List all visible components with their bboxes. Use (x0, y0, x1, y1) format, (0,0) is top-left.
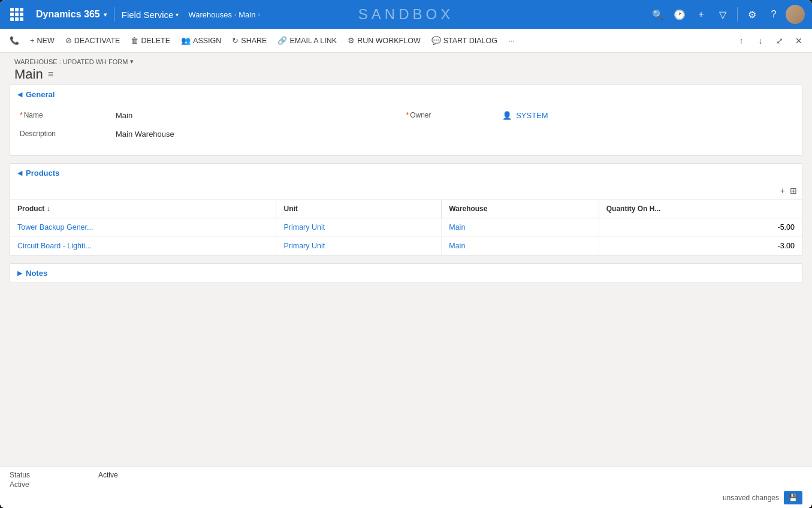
run-workflow-button[interactable]: ⚙ RUN WORKFLOW (343, 34, 425, 47)
phone-icon-btn[interactable]: 📞 (5, 34, 24, 47)
save-button[interactable]: 💾 (784, 491, 802, 504)
new-button[interactable]: + (692, 5, 711, 24)
form-type-text: WAREHOUSE : UPDATED WH FORM (14, 58, 128, 65)
products-section: ◀ Products + ⊞ Product ↓ (10, 163, 802, 256)
general-left-col: Name Main Description Main Warehouse (20, 109, 406, 146)
waffle-button[interactable] (7, 5, 26, 24)
status-row: Status Active (10, 471, 802, 479)
nav-divider (114, 7, 114, 22)
prev-record-button[interactable]: ↑ (733, 32, 750, 49)
products-toolbar: + ⊞ (10, 182, 802, 200)
nav-module[interactable]: Field Service ▾ (117, 10, 184, 20)
search-button[interactable]: 🔍 (648, 5, 668, 24)
quantity-cell: -5.00 (599, 218, 802, 237)
status-value: Active (98, 471, 118, 479)
more-label: ··· (508, 37, 514, 45)
general-section-header[interactable]: ◀ General (10, 85, 802, 104)
form-scroll: ◀ General Name Main Description Main Wa (0, 85, 812, 467)
col-header-product[interactable]: Product ↓ (10, 200, 276, 218)
assign-button[interactable]: 👥 ASSIGN (176, 34, 226, 47)
nav-right: 🔍 🕐 + ▽ ⚙ ? (648, 5, 805, 24)
name-field-row: Name Main (20, 109, 406, 120)
sandbox-label: SANDBOX (358, 6, 454, 23)
phone-icon: 📞 (10, 36, 19, 45)
products-add-button[interactable]: + (780, 186, 785, 196)
form-header: WAREHOUSE : UPDATED WH FORM ▾ Main ≡ (0, 53, 812, 85)
new-button[interactable]: + NEW (25, 34, 59, 47)
general-section: ◀ General Name Main Description Main Wa (10, 85, 802, 156)
status-label: Status (10, 471, 93, 479)
cmd-right: ↑ ↓ ⤢ ✕ (733, 32, 807, 49)
assign-icon: 👥 (181, 36, 191, 45)
owner-person-icon: 👤 (502, 111, 512, 120)
form-type-dropdown-icon[interactable]: ▾ (130, 58, 134, 65)
help-button[interactable]: ? (764, 5, 783, 24)
recent-button[interactable]: 🕐 (670, 5, 689, 24)
nav-brand[interactable]: Dynamics 365 ▾ (31, 9, 111, 20)
product-cell[interactable]: Tower Backup Gener... (10, 218, 276, 237)
products-table: Product ↓ Unit Warehouse (10, 200, 802, 255)
products-section-header[interactable]: ◀ Products (10, 164, 802, 182)
form-area: WAREHOUSE : UPDATED WH FORM ▾ Main ≡ ◀ G… (0, 53, 812, 508)
general-two-col: Name Main Description Main Warehouse Own… (20, 109, 792, 146)
more-button[interactable]: ··· (503, 34, 519, 47)
products-section-title: Products (26, 169, 59, 178)
dynamics-365-label: Dynamics 365 (36, 9, 100, 20)
expand-button[interactable]: ⤢ (771, 32, 788, 49)
next-record-button[interactable]: ↓ (752, 32, 769, 49)
col-header-warehouse[interactable]: Warehouse (442, 200, 599, 218)
user-avatar[interactable] (786, 5, 805, 24)
table-row: Circuit Board - Lighti... Primary Unit M… (10, 237, 802, 255)
notes-expand-icon: ▶ (17, 269, 22, 277)
breadcrumb-warehouses[interactable]: Warehouses (188, 10, 232, 19)
col-header-unit[interactable]: Unit (276, 200, 442, 218)
notes-section-title: Notes (26, 269, 47, 278)
products-grid-button[interactable]: ⊞ (790, 186, 797, 196)
delete-icon: 🗑 (131, 36, 138, 45)
brand-dropdown-icon: ▾ (104, 11, 107, 18)
owner-link[interactable]: SYSTEM (516, 111, 548, 120)
breadcrumb-main[interactable]: Main (239, 10, 255, 19)
unit-cell[interactable]: Primary Unit (276, 218, 442, 237)
settings-button[interactable]: ⚙ (742, 5, 762, 24)
owner-field-row: Owner 👤 SYSTEM (406, 109, 793, 120)
delete-button[interactable]: 🗑 DELETE (126, 34, 175, 47)
breadcrumb-chevron-2: › (258, 11, 259, 18)
delete-label: DELETE (141, 37, 170, 45)
start-dialog-icon: 💬 (431, 36, 441, 45)
run-workflow-icon: ⚙ (348, 36, 355, 45)
new-label: NEW (37, 37, 55, 45)
form-title-text: Main (14, 67, 43, 82)
unit-cell[interactable]: Primary Unit (276, 237, 442, 255)
run-workflow-label: RUN WORKFLOW (357, 37, 421, 45)
notes-section-header[interactable]: ▶ Notes (10, 264, 802, 282)
warehouse-cell[interactable]: Main (442, 218, 599, 237)
command-bar: 📞 + NEW ⊘ DEACTIVATE 🗑 DELETE 👥 ASSIGN ↻… (0, 29, 812, 53)
filter-button[interactable]: ▽ (713, 5, 732, 24)
share-button[interactable]: ↻ SHARE (227, 34, 271, 47)
status-footer: unsaved changes 💾 (10, 490, 802, 504)
status-bar: Status Active Active unsaved changes 💾 (0, 467, 812, 508)
unsaved-changes-label: unsaved changes (723, 494, 779, 502)
sort-icon: ↓ (47, 205, 50, 213)
email-link-icon: 🔗 (277, 36, 287, 45)
top-nav: Dynamics 365 ▾ Field Service ▾ Warehouse… (0, 0, 812, 29)
start-dialog-button[interactable]: 💬 START DIALOG (427, 34, 502, 47)
app-window: Dynamics 365 ▾ Field Service ▾ Warehouse… (0, 0, 812, 508)
email-link-button[interactable]: 🔗 EMAIL A LINK (273, 34, 342, 47)
col-header-quantity[interactable]: Quantity On H... (599, 200, 802, 218)
product-cell[interactable]: Circuit Board - Lighti... (10, 237, 276, 255)
deactivate-icon: ⊘ (65, 36, 72, 45)
deactivate-label: DEACTIVATE (74, 37, 120, 45)
general-section-title: General (26, 90, 55, 99)
email-link-label: EMAIL A LINK (289, 37, 337, 45)
form-title-menu-icon[interactable]: ≡ (48, 69, 53, 80)
name-value: Main (116, 109, 406, 120)
products-section-body: + ⊞ Product ↓ Unit (10, 182, 802, 255)
products-collapse-icon: ◀ (17, 169, 22, 177)
warehouse-cell[interactable]: Main (442, 237, 599, 255)
deactivate-button[interactable]: ⊘ DEACTIVATE (61, 34, 125, 47)
close-button[interactable]: ✕ (790, 32, 807, 49)
description-field-row: Description Main Warehouse (20, 127, 406, 139)
notes-section: ▶ Notes (10, 263, 802, 283)
